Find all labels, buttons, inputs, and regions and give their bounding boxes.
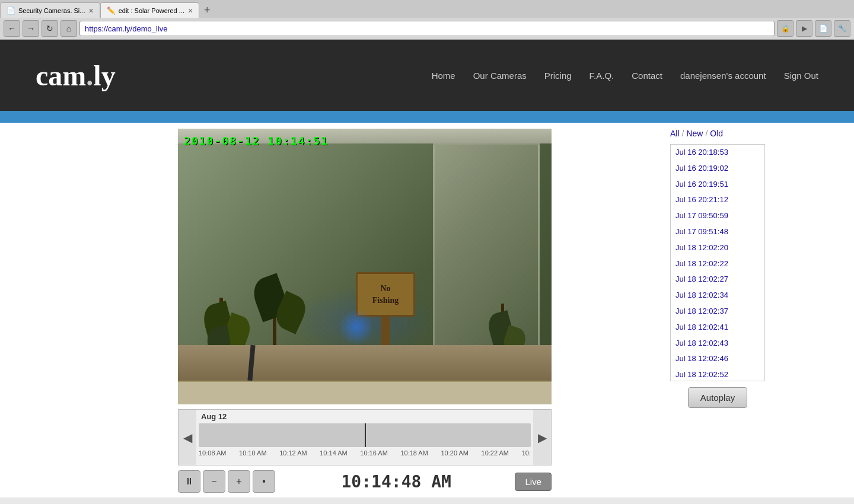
timeline-label-0: 10:08 AM (199, 449, 226, 457)
timeline-labels: 10:08 AM 10:10 AM 10:12 AM 10:14 AM 10:1… (196, 447, 533, 459)
timestamp-item[interactable]: Jul 18 12:02:34 (671, 288, 764, 304)
timeline: ◀ Aug 12 10:08 AM 10:10 AM 10:12 AM 10:1… (178, 409, 552, 465)
site-header: cam.ly Home Our Cameras Pricing F.A.Q. C… (0, 40, 854, 111)
address-bar-input[interactable] (79, 21, 775, 36)
nav-home[interactable]: Home (432, 71, 455, 81)
timeline-date: Aug 12 (196, 410, 533, 423)
home-button[interactable]: ⌂ (60, 20, 77, 37)
current-time-display: 10:14:48 AM (278, 472, 515, 492)
timeline-next-button[interactable]: ▶ (533, 410, 551, 465)
filter-all-link[interactable]: All (670, 129, 680, 138)
timestamp-item[interactable]: Jul 16 20:21:12 (671, 192, 764, 208)
nav-signout[interactable]: Sign Out (784, 71, 818, 81)
site-logo: cam.ly (36, 59, 116, 92)
timestamp-item[interactable]: Jul 16 20:19:02 (671, 161, 764, 177)
snapshot-button[interactable]: • (253, 470, 275, 493)
sidebar: All / New / Old Jul 16 20:18:53Jul 16 20… (670, 129, 765, 497)
timeline-track[interactable] (199, 423, 531, 447)
video-timestamp-overlay: 2010-08-12 10:14:51 (184, 135, 329, 147)
timeline-label-7: 10:22 AM (482, 449, 509, 457)
tools-button[interactable]: 🔧 (834, 20, 850, 37)
timeline-label-5: 10:18 AM (400, 449, 428, 457)
step-back-button[interactable]: − (203, 470, 225, 493)
tab-bar: 📄 Security Cameras. Si... × ✏️ edit : So… (0, 0, 854, 18)
timestamp-item[interactable]: Jul 18 12:02:43 (671, 336, 764, 352)
video-section: 2010-08-12 10:14:51 (178, 129, 652, 497)
timestamp-item[interactable]: Jul 18 12:02:20 (671, 240, 764, 256)
timestamp-item[interactable]: Jul 18 12:02:41 (671, 320, 764, 336)
tab-title-2: edit : Solar Powered ... (119, 7, 184, 14)
timestamp-item[interactable]: Jul 18 12:02:37 (671, 304, 764, 320)
back-button[interactable]: ← (4, 20, 20, 37)
new-tab-button[interactable]: + (199, 2, 215, 18)
timestamp-item[interactable]: Jul 18 12:02:27 (671, 272, 764, 288)
filter-old-link[interactable]: Old (710, 129, 723, 138)
filter-links: All / New / Old (670, 129, 765, 138)
timeline-body: Aug 12 10:08 AM 10:10 AM 10:12 AM 10:14 … (196, 410, 533, 465)
site-nav: Home Our Cameras Pricing F.A.Q. Contact … (432, 71, 818, 81)
timestamp-list[interactable]: Jul 16 20:18:53Jul 16 20:19:02Jul 16 20:… (670, 144, 765, 381)
main-content: 2010-08-12 10:14:51 (0, 123, 854, 497)
blue-accent-bar (0, 111, 854, 123)
tab-close-1[interactable]: × (88, 6, 93, 15)
tab-title-1: Security Cameras. Si... (18, 7, 85, 14)
video-player[interactable]: 2010-08-12 10:14:51 (178, 129, 552, 404)
tab-security-cameras[interactable]: 📄 Security Cameras. Si... × (0, 2, 100, 18)
autoplay-button[interactable]: Autoplay (688, 387, 747, 408)
nav-pricing[interactable]: Pricing (544, 71, 572, 81)
timeline-label-2: 10:12 AM (279, 449, 307, 457)
timeline-prev-button[interactable]: ◀ (179, 410, 196, 465)
timestamp-item[interactable]: Jul 16 20:19:51 (671, 177, 764, 193)
aquarium-scene: NoFishing (178, 129, 552, 404)
filter-new-link[interactable]: New (686, 129, 703, 138)
timeline-label-8: 10: (522, 449, 531, 457)
timestamp-item[interactable]: Jul 17 09:50:59 (671, 208, 764, 224)
timestamp-item[interactable]: Jul 18 12:02:46 (671, 351, 764, 367)
timestamp-item[interactable]: Jul 18 12:02:22 (671, 256, 764, 272)
timestamp-item[interactable]: Jul 18 12:02:52 (671, 367, 764, 381)
nav-our-cameras[interactable]: Our Cameras (473, 71, 527, 81)
timeline-label-3: 10:14 AM (320, 449, 347, 457)
tab-solar-powered[interactable]: ✏️ edit : Solar Powered ... × (100, 2, 199, 18)
forward-button[interactable]: → (23, 20, 39, 37)
tab-favicon-1: 📄 (7, 7, 15, 15)
bookmark-button[interactable]: ▶ (796, 20, 812, 37)
step-forward-button[interactable]: + (228, 470, 250, 493)
timeline-label-4: 10:16 AM (360, 449, 387, 457)
page-action-button[interactable]: 📄 (815, 20, 831, 37)
pause-button[interactable]: ⏸ (178, 470, 200, 493)
tab-favicon-2: ✏️ (107, 7, 115, 15)
timeline-label-6: 10:20 AM (441, 449, 468, 457)
nav-account[interactable]: danejensen's account (680, 71, 766, 81)
timestamp-item[interactable]: Jul 16 20:18:53 (671, 145, 764, 161)
live-button[interactable]: Live (515, 473, 552, 491)
timeline-indicator (365, 423, 366, 447)
timestamp-item[interactable]: Jul 17 09:51:48 (671, 224, 764, 240)
playback-controls: ⏸ − + • 10:14:48 AM Live (178, 465, 552, 497)
browser-chrome: 📄 Security Cameras. Si... × ✏️ edit : So… (0, 0, 854, 40)
nav-faq[interactable]: F.A.Q. (589, 71, 614, 81)
reload-button[interactable]: ↻ (42, 20, 58, 37)
address-bar-row: ← → ↻ ⌂ 🔒 ▶ 📄 🔧 (0, 18, 854, 39)
timeline-label-1: 10:10 AM (239, 449, 266, 457)
lock-icon: 🔒 (777, 20, 794, 37)
tab-close-2[interactable]: × (188, 6, 193, 15)
nav-contact[interactable]: Contact (632, 71, 662, 81)
sign-text: NoFishing (372, 283, 399, 306)
